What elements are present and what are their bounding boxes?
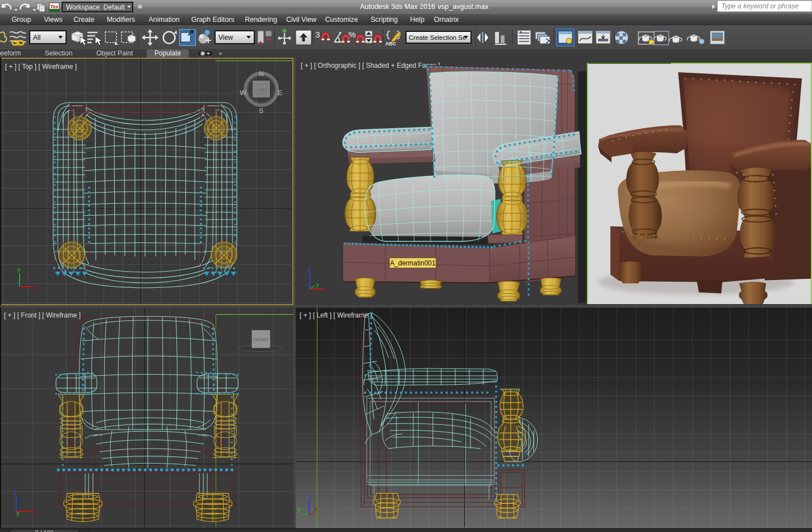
svg-text:FRONT: FRONT [253, 337, 269, 342]
svg-text:A_dermatin001: A_dermatin001 [390, 259, 436, 267]
svg-text:%: % [348, 30, 356, 39]
svg-text:Workspace: Default: Workspace: Default [66, 3, 125, 11]
svg-text:View: View [218, 34, 233, 41]
svg-text:y: y [17, 266, 21, 273]
svg-text:y: y [298, 506, 301, 512]
svg-text:Autodesk 3ds Max 2016: Autodesk 3ds Max 2016 [360, 3, 435, 11]
svg-text:vsp_avgust.max: vsp_avgust.max [438, 3, 489, 11]
svg-text:All: All [33, 34, 40, 41]
svg-text:z: z [307, 265, 311, 272]
svg-text:y: y [316, 281, 319, 288]
svg-text:N: N [259, 70, 264, 78]
svg-text:Tex: Tex [50, 4, 59, 10]
svg-text:x: x [35, 284, 38, 291]
svg-text:z: z [307, 493, 310, 500]
svg-text:Create Selection Se: Create Selection Se [409, 34, 466, 41]
svg-text:x: x [325, 286, 328, 292]
svg-text:x: x [32, 508, 35, 515]
svg-text:S: S [259, 107, 263, 115]
svg-text:TOP: TOP [257, 88, 265, 92]
svg-text:y: y [16, 510, 20, 516]
svg-text:z: z [14, 489, 17, 496]
svg-text:W: W [240, 89, 246, 97]
svg-text:ABC: ABC [385, 41, 396, 46]
svg-text:z: z [17, 279, 20, 286]
svg-text:E: E [278, 89, 282, 97]
svg-text:3: 3 [315, 30, 320, 39]
svg-text:x: x [314, 506, 318, 512]
svg-text:Type a keyword or phrase: Type a keyword or phrase [721, 2, 799, 10]
